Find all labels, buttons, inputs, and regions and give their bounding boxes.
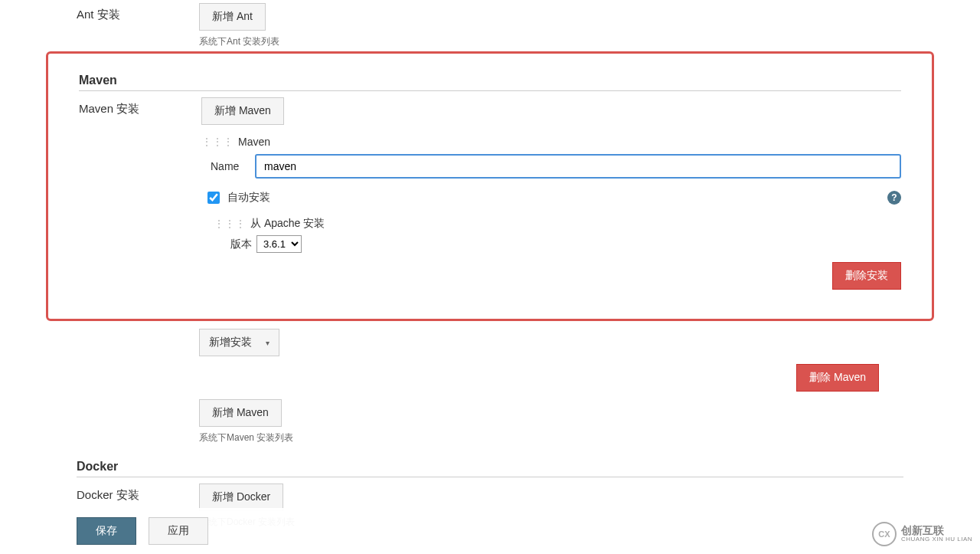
save-button[interactable]: 保存 [77, 517, 136, 545]
apache-header: ⋮⋮⋮ 从 Apache 安装 [214, 217, 901, 231]
add-maven-button-2[interactable]: 新增 Maven [199, 399, 282, 427]
add-ant-button[interactable]: 新增 Ant [199, 3, 266, 31]
maven-installer-header: ⋮⋮⋮ Maven [201, 136, 901, 148]
auto-install-row: 自动安装 ? [207, 191, 901, 205]
add-docker-button[interactable]: 新增 Docker [199, 484, 283, 511]
docker-title: Docker [77, 460, 903, 477]
watermark-line1: 创新互联 [901, 525, 972, 536]
maven-desc: 系统下Maven 安装列表 [199, 431, 903, 444]
auto-install-checkbox[interactable] [207, 192, 220, 204]
auto-install-label: 自动安装 [227, 191, 270, 205]
name-row: Name [211, 154, 901, 179]
maven-section: Maven 安装 新增 Maven ⋮⋮⋮ Maven Name 自动安装 [79, 94, 901, 307]
version-label: 版本 [230, 238, 252, 251]
maven-title: Maven [79, 74, 901, 91]
drag-icon[interactable]: ⋮⋮⋮ [214, 218, 246, 230]
version-row: 版本 3.6.1 [230, 235, 901, 253]
watermark-line2: CHUANG XIN HU LIAN [901, 536, 972, 543]
add-installer-dropdown[interactable]: 新增安装 ▾ [199, 329, 279, 356]
apache-title: 从 Apache 安装 [250, 217, 325, 231]
maven-installer-block: ⋮⋮⋮ Maven Name 自动安装 ? ⋮⋮⋮ [201, 125, 901, 303]
drag-icon[interactable]: ⋮⋮⋮ [201, 136, 234, 148]
add-maven-button[interactable]: 新增 Maven [201, 97, 284, 125]
maven-highlight-box: Maven Maven 安装 新增 Maven ⋮⋮⋮ Maven Name [46, 51, 934, 321]
maven-label: Maven 安装 [79, 97, 201, 303]
chevron-down-icon: ▾ [266, 339, 270, 347]
name-input[interactable] [255, 154, 901, 179]
footer: 保存 应用 [0, 508, 980, 554]
delete-maven-button[interactable]: 删除 Maven [796, 364, 879, 392]
apply-button[interactable]: 应用 [149, 517, 208, 545]
add-installer-label: 新增安装 [209, 336, 252, 349]
ant-desc: 系统下Ant 安装列表 [199, 35, 903, 48]
ant-section: Ant 安装 新增 Ant 系统下Ant 安装列表 [77, 0, 903, 51]
name-label: Name [211, 160, 249, 172]
apache-block: ⋮⋮⋮ 从 Apache 安装 版本 3.6.1 删除安装 [214, 217, 901, 290]
watermark: CX 创新互联 CHUANG XIN HU LIAN [872, 522, 972, 546]
delete-installer-button[interactable]: 删除安装 [832, 262, 901, 290]
maven-add-installer-row: 新增安装 ▾ 删除 Maven 新增 Maven 系统下Maven 安装列表 [77, 321, 903, 447]
ant-label: Ant 安装 [77, 3, 199, 48]
help-icon[interactable]: ? [887, 191, 901, 205]
watermark-logo-icon: CX [872, 522, 897, 546]
maven-installer-title: Maven [238, 136, 270, 148]
version-select[interactable]: 3.6.1 [256, 235, 302, 253]
